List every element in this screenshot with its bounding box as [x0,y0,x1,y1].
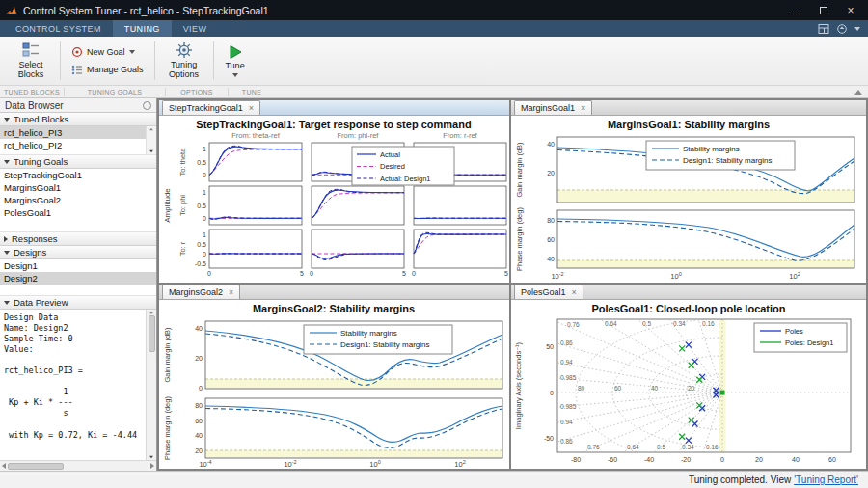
scroll-up-icon[interactable] [149,312,153,314]
svg-text:100: 100 [670,271,681,281]
new-goal-icon [71,46,83,58]
svg-text:0.5: 0.5 [197,159,206,166]
tuning-report-link[interactable]: 'Tuning Report' [794,474,858,485]
svg-text:40: 40 [547,256,555,262]
title-bar: Control System Tuner - rct_helico - Step… [0,0,868,20]
scroll-down-icon[interactable] [149,456,153,459]
svg-text:100: 100 [369,459,380,469]
section-title: Responses [12,233,58,244]
svg-text:0.16: 0.16 [702,320,715,327]
section-header-data-preview[interactable]: Data Preview [0,296,156,310]
close-icon[interactable]: × [249,104,254,113]
tab-view[interactable]: VIEW [172,20,219,37]
tune-button[interactable]: Tune [216,43,255,78]
design-item[interactable]: Design1 [0,259,156,272]
scroll-down-icon[interactable] [149,150,153,153]
design-item[interactable]: Design2 [0,272,156,285]
svg-text:40: 40 [195,432,203,439]
status-bar: Tuning completed. View 'Tuning Report' [0,471,868,488]
restore-button[interactable] [812,2,835,18]
data-preview-area: Design Data Name: Design2 Sample Time: 0… [0,310,156,471]
scrollbar[interactable] [146,126,156,154]
tune-label: Tune [221,62,250,71]
svg-text:0: 0 [310,270,313,277]
svg-text:10-4: 10-4 [199,459,211,469]
figure-tab-polesgoal1[interactable]: PolesGoal1 × [514,285,583,299]
svg-text:-20: -20 [681,456,691,463]
scroll-right-icon[interactable] [150,463,154,469]
panel-options-icon[interactable] [143,101,151,110]
x-tick-labels: -80 -60 -40 -20 0 20 40 60 [571,456,836,463]
group-options: Tuning Options [157,39,211,83]
dock-icon[interactable] [836,23,848,35]
legend[interactable]: Stability margins Design1: Stability mar… [304,325,452,354]
svg-text:0.86: 0.86 [560,339,573,346]
chevron-down-icon[interactable] [854,27,860,31]
figure-tab-marginsgoal2[interactable]: MarginsGoal2 × [162,285,240,299]
collapse-toolstrip-icon[interactable] [854,90,862,95]
close-button[interactable]: × [839,2,862,18]
close-icon[interactable]: × [229,288,233,297]
svg-text:0.5: 0.5 [642,320,651,327]
tuning-goal-item[interactable]: MarginsGoal2 [0,194,156,206]
figure-tab-marginsgoal1[interactable]: MarginsGoal1 × [514,100,592,115]
svg-text:Poles: Poles [785,327,803,336]
section-header-designs[interactable]: Designs [0,246,156,259]
svg-text:-60: -60 [608,456,617,463]
chevron-right-icon [4,236,8,242]
group-tune: Tune [216,39,255,83]
ribbon-tab-strip: CONTROL SYSTEM TUNING VIEW [0,20,868,37]
chevron-down-icon [4,301,10,305]
svg-text:0.76: 0.76 [567,321,580,328]
figure-tab-steptrackinggoal1[interactable]: StepTrackingGoal1 × [162,100,260,115]
data-browser-panel: Data Browser Tuned Blocks rct_helico_PI3… [0,98,157,471]
legend[interactable]: Poles Poles: Design1 [754,323,847,352]
toolstrip-section-labels: TUNED BLOCKS TUNING GOALS OPTIONS TUNE [0,86,868,98]
scroll-thumb[interactable] [149,315,155,352]
svg-text:Stability margins: Stability margins [683,145,740,153]
new-goal-button[interactable]: New Goal [68,45,139,59]
manage-goals-button[interactable]: Manage Goals [68,63,148,76]
svg-text:20: 20 [688,385,695,392]
scroll-up-icon[interactable] [149,128,153,131]
close-icon[interactable]: × [581,104,585,113]
svg-text:0.5: 0.5 [197,241,206,248]
svg-text:102: 102 [789,271,800,281]
select-blocks-button[interactable]: Select Blocks [4,41,58,81]
close-icon[interactable]: × [572,288,577,297]
section-header-tuned-blocks[interactable]: Tuned Blocks [0,113,156,126]
svg-text:0: 0 [207,270,211,277]
y-axis-label: Amplitude [163,188,172,223]
svg-text:To: phi: To: phi [178,195,187,216]
chevron-down-icon [232,73,238,77]
legend[interactable]: Stability margins Design1: Stability mar… [646,141,795,170]
scroll-thumb[interactable] [8,463,64,470]
svg-text:0: 0 [720,456,724,463]
tuned-block-item[interactable]: rct_helico_PI2 [0,139,146,151]
tune-play-icon [228,44,243,60]
tuning-goal-item[interactable]: MarginsGoal1 [0,181,156,194]
tuning-options-button[interactable]: Tuning Options [157,41,211,81]
control-system-tuner-window: Control System Tuner - rct_helico - Step… [0,0,868,488]
tuning-goal-item[interactable]: PolesGoal1 [0,206,156,219]
legend[interactable]: Actual Desired Actual: Design1 [352,147,454,185]
tab-control-system[interactable]: CONTROL SYSTEM [4,20,113,37]
scroll-left-icon[interactable] [2,463,6,469]
horizontal-scrollbar[interactable] [0,460,156,471]
tab-tuning[interactable]: TUNING [113,20,172,37]
minimize-button[interactable] [785,2,808,18]
svg-text:0: 0 [203,172,206,178]
panel-polesgoal1: PolesGoal1 × PolesGoal1: Closed-loop pol… [511,285,866,469]
svg-text:40: 40 [651,385,659,392]
section-header-tuning-goals[interactable]: Tuning Goals [0,155,156,169]
vertical-scrollbar[interactable] [146,310,156,460]
svg-text:0: 0 [412,270,416,277]
figure-tab-label: MarginsGoal1 [521,103,575,113]
tuning-goal-item[interactable]: StepTrackingGoal1 [0,169,156,181]
y-axis-label: Imaginary Axis (seconds⁻¹) [514,341,523,429]
window-title: Control System Tuner - rct_helico - Step… [23,5,269,16]
layout-icon[interactable] [818,23,829,35]
figure-tab-label: PolesGoal1 [521,287,566,297]
section-header-responses[interactable]: Responses [0,232,156,246]
tuned-block-item[interactable]: rct_helico_PI3 [0,126,146,139]
